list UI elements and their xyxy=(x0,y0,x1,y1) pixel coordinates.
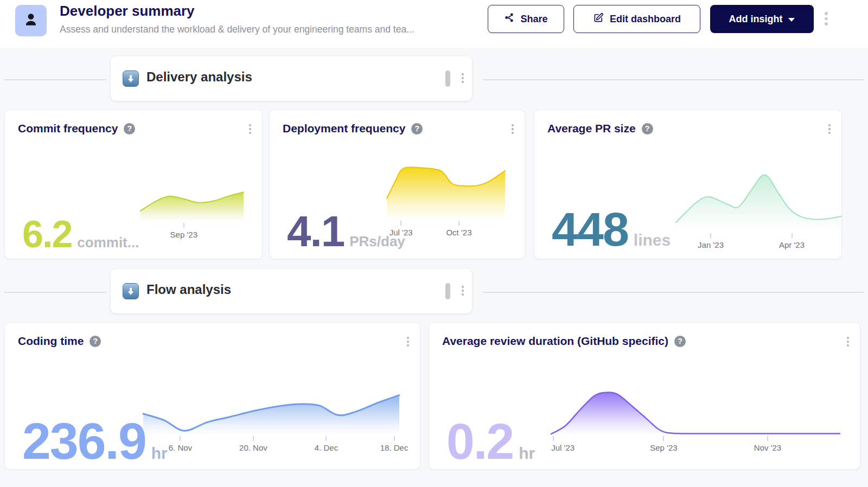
x-axis-ticks: Sep '23 xyxy=(141,222,244,245)
x-axis-tick-label: 20. Nov xyxy=(239,443,267,452)
x-axis-tick-label: 18. Dec xyxy=(380,443,409,452)
edit-pencil-icon xyxy=(593,12,604,26)
metric-number: 4.1 xyxy=(287,210,344,253)
sparkline-chart: Sep '23 xyxy=(141,188,244,222)
x-axis-tick-label: Nov '23 xyxy=(754,443,781,452)
card-title: Average PR size xyxy=(547,122,636,135)
page-title: Developer summary xyxy=(60,3,195,20)
share-button-label: Share xyxy=(520,14,547,25)
x-axis-ticks: Jul '23Sep '23Nov '23 xyxy=(551,435,840,458)
card-title: Commit frequency xyxy=(18,122,118,135)
x-axis-tick-label: Jan '23 xyxy=(698,240,724,249)
sparkline-chart: Jul '23Sep '23Nov '23 xyxy=(551,388,840,435)
x-axis-tick-label: 4. Dec xyxy=(315,443,338,452)
help-icon[interactable]: ? xyxy=(674,336,686,347)
x-axis-tick-label: Sep '23 xyxy=(170,230,197,239)
page-header: Developer summary Assess and understand … xyxy=(0,0,868,48)
dashboard-page: Developer summary Assess and understand … xyxy=(0,0,868,487)
card-more-menu[interactable] xyxy=(248,123,252,135)
x-axis-ticks: 6. Nov20. Nov4. Dec18. Dec xyxy=(143,435,399,458)
sparkline-chart: Jul '23Oct '23 xyxy=(387,162,505,220)
x-axis-tick-label: Jul '23 xyxy=(551,443,575,452)
card-more-menu[interactable] xyxy=(846,336,850,348)
page-subtitle: Assess and understand the workload & del… xyxy=(60,24,414,35)
edit-dashboard-label: Edit dashboard xyxy=(610,14,681,25)
metric-card-deployment-frequency: Deployment frequency ? 4.1 PRs/day Jul '… xyxy=(269,110,525,259)
metric-value: 448 lines xyxy=(552,206,671,253)
section-divider xyxy=(483,79,864,80)
chevron-down-icon xyxy=(788,18,795,22)
card-title: Average review duration (GitHub specific… xyxy=(442,335,668,348)
metric-number: 0.2 xyxy=(446,416,513,467)
card-more-menu[interactable] xyxy=(510,123,515,135)
metric-number: 448 xyxy=(552,206,628,253)
card-title: Coding time xyxy=(18,335,84,348)
section-divider xyxy=(483,292,864,293)
section-more-menu[interactable] xyxy=(461,72,465,84)
metric-number: 236.9 xyxy=(22,415,146,467)
metric-value: 0.2 hr xyxy=(446,416,535,467)
section-header-delivery: Delivery analysis xyxy=(111,56,472,101)
card-more-menu[interactable] xyxy=(827,123,832,135)
person-icon xyxy=(23,11,39,30)
edit-dashboard-button[interactable]: Edit dashboard xyxy=(573,5,700,33)
section-more-menu[interactable] xyxy=(461,285,465,297)
header-more-menu[interactable] xyxy=(824,11,829,27)
help-icon[interactable]: ? xyxy=(411,123,423,134)
share-button[interactable]: Share xyxy=(488,5,564,33)
x-axis-tick-label: Sep '23 xyxy=(650,443,677,452)
metric-unit: commit... xyxy=(77,235,139,249)
help-icon[interactable]: ? xyxy=(642,123,653,134)
sparkline-chart: Jan '23Apr '23 xyxy=(676,171,841,232)
add-insight-button[interactable]: Add insight xyxy=(710,5,814,33)
metric-card-coding-time: Coding time ? 236.9 hr 6. Nov20. Nov4. D… xyxy=(4,322,420,470)
drag-handle[interactable] xyxy=(445,283,450,299)
section-title-flow: Flow analysis xyxy=(146,282,231,297)
down-arrow-emoji-icon xyxy=(123,71,139,87)
metric-card-commit-frequency: Commit frequency ? 6.2 commit... Sep '23 xyxy=(4,110,263,259)
sparkline-chart: 6. Nov20. Nov4. Dec18. Dec xyxy=(143,393,399,435)
x-axis-tick-label: Jul '23 xyxy=(390,228,413,237)
card-more-menu[interactable] xyxy=(406,336,410,348)
section-divider xyxy=(4,292,106,293)
x-axis-ticks: Jul '23Oct '23 xyxy=(387,220,505,242)
section-title-delivery: Delivery analysis xyxy=(146,69,252,85)
down-arrow-emoji-icon xyxy=(123,283,139,299)
share-icon xyxy=(504,12,514,25)
x-axis-tick-label: 6. Nov xyxy=(169,443,192,452)
drag-handle[interactable] xyxy=(445,71,450,87)
x-axis-ticks: Jan '23Apr '23 xyxy=(676,232,841,255)
metric-card-average-review-duration: Average review duration (GitHub specific… xyxy=(429,322,860,470)
section-header-flow: Flow analysis xyxy=(111,269,472,313)
metric-value: 6.2 commit... xyxy=(22,215,139,253)
x-axis-tick-label: Oct '23 xyxy=(446,228,471,237)
help-icon[interactable]: ? xyxy=(124,123,135,134)
metric-number: 6.2 xyxy=(22,215,72,253)
add-insight-label: Add insight xyxy=(729,14,783,25)
x-axis-tick-label: Apr '23 xyxy=(779,240,805,249)
help-icon[interactable]: ? xyxy=(90,336,101,347)
metric-card-average-pr-size: Average PR size ? 448 lines Jan '23Apr '… xyxy=(534,110,842,259)
metric-unit: lines xyxy=(634,232,671,248)
dashboard-avatar xyxy=(15,5,47,36)
section-divider xyxy=(4,79,106,80)
metric-unit: hr xyxy=(519,445,535,462)
card-title: Deployment frequency xyxy=(283,122,405,135)
